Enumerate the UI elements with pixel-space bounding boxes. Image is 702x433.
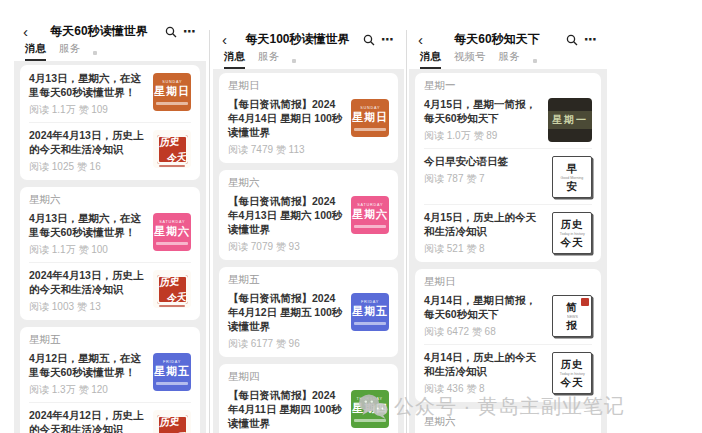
- article-title: 4月13日，星期六，在这里每天60秒读懂世界！: [29, 211, 146, 239]
- thumbnail-weekday-text: 星期六: [154, 225, 190, 238]
- article-title: 2024年4月13日，历史上的今天和生活冷知识: [29, 128, 146, 156]
- article-list-item[interactable]: 【每日资讯简报】2024年4月14日 星期日 100秒读懂世界阅读 7479 赞…: [228, 92, 389, 162]
- article-read-like-stats: 阅读 6472 赞 68: [424, 325, 545, 338]
- panel-header: ‹每天100秒读懂世界⋯: [213, 28, 404, 51]
- back-icon[interactable]: ‹: [23, 22, 33, 42]
- tab-channels[interactable]: 视频号: [454, 50, 486, 69]
- article-title: 2024年4月12日，历史上的今天和生活冷知识: [29, 408, 146, 433]
- message-group-card: 星期一4月15日，星期一简报，每天60秒知天下阅读 1.0万 赞 89星期一今日…: [415, 73, 601, 262]
- tab-bar: 消息服务: [14, 43, 206, 61]
- thumbnail-weekday-text: 星期五: [154, 365, 190, 378]
- thumbnail-caption-bar: [156, 242, 187, 245]
- article-text: 2024年4月13日，历史上的今天和生活冷知识阅读 1025 赞 16: [29, 128, 146, 173]
- seal-text-top: 历史: [158, 274, 179, 287]
- history-seal-thumbnail: 历史今天: [153, 270, 191, 308]
- thumbnail-top-caption: SATURDAY: [159, 220, 185, 224]
- group-date-label: 星期六: [29, 188, 191, 206]
- more-options-icon[interactable]: ⋯: [584, 32, 598, 47]
- article-list-item[interactable]: 4月13日，星期六，在这里每天60秒读懂世界！阅读 1.1万 赞 100SATU…: [29, 206, 191, 262]
- search-icon[interactable]: [363, 34, 375, 46]
- article-list-item[interactable]: 今日早安心语日签阅读 787 赞 7早Good Morning安: [424, 148, 592, 204]
- stamp-text-top: 早: [566, 163, 578, 174]
- back-icon[interactable]: ‹: [418, 30, 428, 50]
- message-list: 4月13日，星期六，在这里每天60秒读懂世界！阅读 1.1万 赞 109SUND…: [14, 61, 206, 433]
- article-list-item[interactable]: 2024年4月13日，历史上的今天和生活冷知识阅读 1025 赞 16历史今天: [29, 122, 191, 179]
- article-text: 【每日资讯简报】2024年4月11日 星期四 100秒读懂世界阅读 8664 赞…: [228, 388, 344, 433]
- group-date-label: 星期五: [228, 268, 389, 286]
- article-title: 4月14日，星期日简报，每天60秒知天下: [424, 293, 545, 321]
- official-account-panel: ‹每天60秒读懂世界⋯消息服务4月13日，星期六，在这里每天60秒读懂世界！阅读…: [14, 20, 206, 433]
- message-group-card: 星期日4月14日，星期日简报，每天60秒知天下阅读 6472 赞 68简NEWS…: [415, 269, 601, 402]
- stamp-english-caption: NEWS: [567, 314, 578, 318]
- tab-services[interactable]: 服务: [499, 50, 520, 69]
- article-title: 【每日资讯简报】2024年4月13日 星期六 100秒读懂世界: [228, 194, 344, 236]
- tab-bar: 消息视频号服务: [409, 51, 607, 69]
- back-icon[interactable]: ‹: [222, 30, 232, 50]
- article-list-item[interactable]: 4月12日，星期五，在这里每天60秒读懂世界！阅读 1.3万 赞 120FRID…: [29, 346, 191, 402]
- article-read-like-stats: 阅读 1.1万 赞 109: [29, 103, 146, 116]
- history-seal-thumbnail: 历史今天: [153, 130, 191, 168]
- search-icon[interactable]: [165, 26, 177, 38]
- panel-header: ‹每天60秒读懂世界⋯: [14, 20, 206, 43]
- article-title: 今日早安心语日签: [424, 154, 545, 168]
- article-text: 【每日资讯简报】2024年4月12日 星期五 100秒读懂世界阅读 6177 赞…: [228, 291, 344, 350]
- tab-services[interactable]: 服务: [59, 42, 80, 61]
- message-list: 星期日【每日资讯简报】2024年4月14日 星期日 100秒读懂世界阅读 747…: [213, 69, 404, 433]
- message-group-card: 星期六4月13日，星期六，在这里每天60秒读懂世界！阅读 1.1万 赞 100S…: [20, 187, 200, 320]
- panel-header: ‹每天60秒知天下⋯: [409, 28, 607, 51]
- article-list-item[interactable]: 【每日资讯简报】2024年4月12日 星期五 100秒读懂世界阅读 6177 赞…: [228, 286, 389, 356]
- article-list-item[interactable]: 2024年4月13日，历史上的今天和生活冷知识阅读 1003 赞 13历史今天: [29, 262, 191, 319]
- more-options-icon[interactable]: ⋯: [183, 24, 197, 39]
- stamp-text-top: 简: [566, 302, 578, 313]
- wechat-logo-icon: [358, 393, 388, 420]
- group-date-label: 星期一: [424, 74, 592, 92]
- tab-messages[interactable]: 消息: [25, 42, 46, 61]
- article-list-item[interactable]: 4月13日，星期六简报，每天: [424, 428, 592, 433]
- thumbnail-caption-bar: [354, 225, 385, 228]
- article-list-item[interactable]: 【每日资讯简报】2024年4月13日 星期六 100秒读懂世界阅读 7079 赞…: [228, 189, 389, 259]
- article-title: 【每日资讯简报】2024年4月14日 星期日 100秒读懂世界: [228, 97, 344, 139]
- thumbnail-top-caption: FRIDAY: [163, 360, 181, 364]
- tab-badge-dot: [292, 59, 296, 63]
- thumbnail-top-caption: SUNDAY: [360, 106, 380, 110]
- article-text: 4月13日，星期六，在这里每天60秒读懂世界！阅读 1.1万 赞 109: [29, 71, 146, 116]
- official-account-panel: ‹每天60秒知天下⋯消息视频号服务星期一4月15日，星期一简报，每天60秒知天下…: [409, 28, 607, 433]
- article-list-item[interactable]: 2024年4月12日，历史上的今天和生活冷知识历史今天: [29, 402, 191, 433]
- more-options-icon[interactable]: ⋯: [381, 32, 395, 47]
- weekday-thumbnail: SATURDAY星期六: [351, 196, 389, 234]
- search-icon[interactable]: [566, 34, 578, 46]
- mini-red-seal: [581, 298, 589, 306]
- monday-photo-thumbnail: 星期一: [548, 98, 592, 142]
- tab-services[interactable]: 服务: [258, 50, 279, 69]
- thumbnail-weekday-text: 星期五: [352, 305, 388, 318]
- thumbnail-caption-bar: [354, 128, 385, 131]
- message-group-card: 4月13日，星期六，在这里每天60秒读懂世界！阅读 1.1万 赞 109SUND…: [20, 65, 200, 180]
- article-list-item[interactable]: 4月13日，星期六，在这里每天60秒读懂世界！阅读 1.1万 赞 109SUND…: [29, 66, 191, 122]
- red-seal: 历史今天: [157, 275, 188, 304]
- thumbnail-caption-bar: [354, 322, 385, 325]
- stamp-thumbnail: 简NEWS报: [552, 295, 592, 337]
- stamp-text-bottom: 今天: [561, 377, 584, 388]
- tab-messages[interactable]: 消息: [420, 50, 441, 69]
- article-read-like-stats: 阅读 1.0万 赞 89: [424, 129, 541, 142]
- seal-caption-bar: [159, 165, 185, 167]
- thumbnail-top-caption: SUNDAY: [162, 80, 182, 84]
- seal-text-top: 历史: [158, 414, 179, 427]
- tab-messages[interactable]: 消息: [224, 50, 245, 69]
- thumbnail-weekday-text: 星期日: [352, 111, 388, 124]
- stamp-thumbnail: 历史Today in history今天: [552, 352, 592, 394]
- article-list-item[interactable]: 4月15日，星期一简报，每天60秒知天下阅读 1.0万 赞 89星期一: [424, 92, 592, 148]
- stamp-english-caption: Today in history: [559, 371, 584, 375]
- watermark: 公众号 · 黄岛主副业笔记: [358, 393, 625, 420]
- weekday-thumbnail: SUNDAY星期日: [153, 73, 191, 111]
- account-title: 每天100秒读懂世界: [238, 31, 357, 48]
- seal-text-bottom: 今天: [165, 150, 186, 163]
- stamp-english-caption: Good Morning: [561, 175, 584, 179]
- message-group-card: 星期六【每日资讯简报】2024年4月13日 星期六 100秒读懂世界阅读 707…: [219, 170, 398, 260]
- article-title: 2024年4月13日，历史上的今天和生活冷知识: [29, 268, 146, 296]
- article-list-item[interactable]: 4月14日，星期日简报，每天60秒知天下阅读 6472 赞 68简NEWS报: [424, 288, 592, 344]
- article-list-item[interactable]: 4月15日，历史上的今天和生活冷知识阅读 521 赞 8历史Today in h…: [424, 204, 592, 261]
- weekday-thumbnail: SATURDAY星期六: [153, 213, 191, 251]
- article-read-like-stats: 阅读 7079 赞 93: [228, 240, 344, 253]
- message-group-card: 星期日【每日资讯简报】2024年4月14日 星期日 100秒读懂世界阅读 747…: [219, 73, 398, 163]
